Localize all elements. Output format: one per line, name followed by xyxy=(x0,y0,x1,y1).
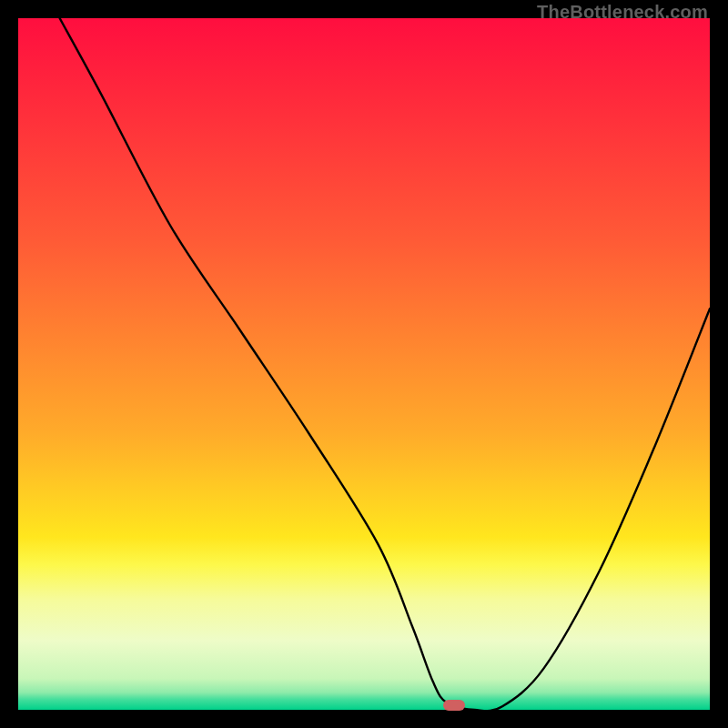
bottleneck-curve xyxy=(18,18,710,710)
optimal-marker xyxy=(443,700,465,711)
plot-area xyxy=(18,18,710,710)
chart-stage: TheBottleneck.com xyxy=(0,0,728,728)
